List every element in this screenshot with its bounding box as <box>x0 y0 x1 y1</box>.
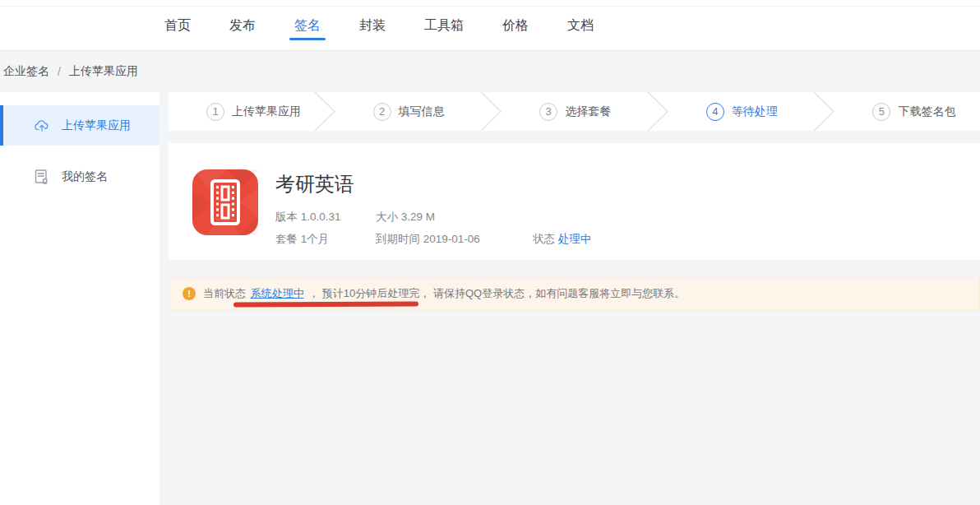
warning-icon: ! <box>183 287 196 300</box>
breadcrumb: 企业签名 / 上传苹果应用 <box>0 51 980 92</box>
step-label: 下载签名包 <box>898 104 955 119</box>
step-label: 填写信息 <box>399 104 445 119</box>
progress-steps: 1 上传苹果应用 2 填写信息 3 选择套餐 4 等待处理 <box>169 92 980 131</box>
red-underline-annotation <box>233 302 418 308</box>
breadcrumb-root[interactable]: 企业签名 <box>3 64 49 79</box>
app-expiry: 到期时间 2019-01-06 <box>376 232 533 247</box>
signature-doc-icon <box>34 169 50 185</box>
step-number: 3 <box>539 103 557 121</box>
sidebar-item-label: 我的签名 <box>62 169 108 184</box>
step-choose-plan: 3 选择套餐 <box>502 92 647 131</box>
nav-item-docs[interactable]: 文档 <box>567 0 594 50</box>
system-processing-link[interactable]: 系统处理中 <box>251 287 304 299</box>
app-name: 考研英语 <box>275 171 591 197</box>
sidebar: 上传苹果应用 我的签名 <box>0 92 159 505</box>
sidebar-item-label: 上传苹果应用 <box>62 118 131 133</box>
step-upload-apple-app: 1 上传苹果应用 <box>169 92 314 131</box>
nav-item-home[interactable]: 首页 <box>164 0 191 50</box>
step-number: 4 <box>706 103 724 121</box>
app-plan: 套餐 1个月 <box>275 232 376 247</box>
sidebar-item-upload-apple-app[interactable]: 上传苹果应用 <box>0 105 159 146</box>
step-chevron-icon <box>813 92 834 131</box>
status-processing-link[interactable]: 处理中 <box>558 233 592 245</box>
breadcrumb-current: 上传苹果应用 <box>69 64 138 79</box>
step-fill-info: 2 填写信息 <box>335 92 481 131</box>
breadcrumb-separator: / <box>58 65 61 78</box>
step-number: 1 <box>206 103 224 121</box>
cloud-upload-icon <box>34 118 50 134</box>
step-number: 2 <box>373 103 391 121</box>
step-chevron-icon <box>647 92 668 131</box>
step-number: 5 <box>872 103 890 121</box>
step-label: 等待处理 <box>732 104 778 119</box>
status-alert-bar: ! 当前状态 系统处理中 ， 预计10分钟后处理完， 请保持QQ登录状态，如有问… <box>169 277 980 310</box>
top-nav: 首页 发布 签名 封装 工具箱 价格 文档 <box>0 0 980 51</box>
film-app-icon <box>192 169 258 235</box>
app-card: 考研英语 版本 1.0.0.31 大小 3.29 M 套餐 1个月 到期时间 2… <box>169 143 980 260</box>
app-size: 大小 3.29 M <box>376 210 533 225</box>
nav-item-publish[interactable]: 发布 <box>229 0 256 50</box>
step-label: 选择套餐 <box>565 104 611 119</box>
step-label: 上传苹果应用 <box>232 104 301 119</box>
nav-item-signature[interactable]: 签名 <box>294 0 321 50</box>
nav-item-package[interactable]: 封装 <box>359 0 386 50</box>
step-chevron-icon <box>314 92 335 131</box>
step-download-package: 5 下载签名包 <box>834 92 980 131</box>
step-waiting-process: 4 等待处理 <box>668 92 814 131</box>
sidebar-item-my-signatures[interactable]: 我的签名 <box>0 156 159 197</box>
nav-item-toolbox[interactable]: 工具箱 <box>424 0 464 50</box>
step-chevron-icon <box>480 92 502 131</box>
app-version: 版本 1.0.0.31 <box>275 210 376 225</box>
nav-item-price[interactable]: 价格 <box>502 0 529 50</box>
app-status: 状态 处理中 <box>533 232 591 247</box>
alert-text: 当前状态 系统处理中 ， 预计10分钟后处理完， 请保持QQ登录状态，如有问题客… <box>203 286 685 301</box>
